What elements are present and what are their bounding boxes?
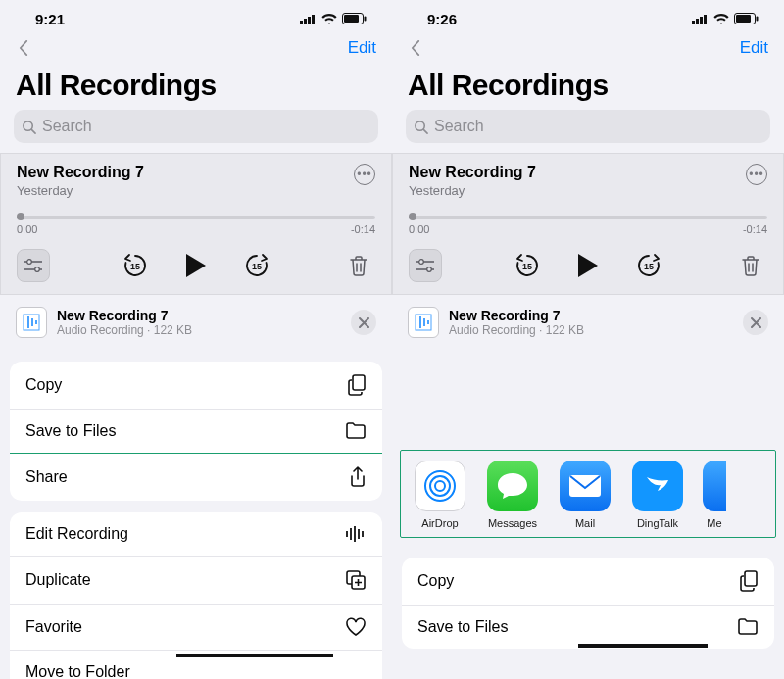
status-icons [300,13,367,24]
more-label: Me [707,517,721,529]
messages-label: Messages [488,517,537,529]
wifi-icon [321,14,337,24]
svg-rect-34 [736,15,751,23]
save-to-files-item[interactable]: Save to Files [10,410,382,454]
duplicate-item[interactable]: Duplicate [10,557,382,605]
search-input[interactable]: Search [14,110,378,143]
svg-point-49 [430,476,450,496]
share-file-title: New Recording 7 [449,308,584,323]
recording-card: New Recording 7 Yesterday ••• 0:00 -0:14… [0,153,392,295]
share-app-messages[interactable]: Messages [485,461,540,529]
skip-back-button[interactable]: 15 [119,249,152,282]
page-title: All Recordings [406,65,770,110]
back-icon[interactable] [16,40,31,56]
time-remaining: -0:14 [351,223,375,235]
search-placeholder: Search [434,118,484,135]
close-button[interactable] [743,310,768,335]
airdrop-label: AirDrop [421,517,458,529]
delete-button[interactable] [342,249,375,282]
signal-icon [300,14,317,24]
skip-forward-button[interactable]: 15 [240,249,273,282]
share-apps-row: AirDrop Messages Mail [400,450,776,538]
airdrop-icon [421,467,459,505]
play-button[interactable] [571,249,605,282]
status-time: 9:21 [35,11,65,27]
page-title: All Recordings [14,65,378,110]
battery-icon [734,13,759,24]
move-label: Move to Folder [25,663,130,679]
skip-back-icon: 15 [514,252,541,279]
skip-back-button[interactable]: 15 [511,249,544,282]
favorite-label: Favorite [25,618,82,636]
dingtalk-label: DingTalk [637,517,678,529]
edit-recording-item[interactable]: Edit Recording [10,512,382,557]
action-menu: Copy Save to Files [402,558,774,649]
options-button[interactable] [17,249,50,282]
svg-rect-3 [312,15,315,24]
svg-rect-17 [31,318,33,326]
trash-icon [741,255,760,276]
scrubber[interactable] [17,216,375,219]
share-app-dingtalk[interactable]: DingTalk [630,461,685,529]
edit-button[interactable]: Edit [740,38,768,58]
share-header: New Recording 7 Audio Recording · 122 KB [0,295,392,350]
copy-item[interactable]: Copy [10,362,382,410]
options-button[interactable] [409,249,442,282]
share-app-mail[interactable]: Mail [558,461,612,529]
screenshot-left: 9:21 Edit All Recordings Search New Reco… [0,0,392,679]
skip-forward-button[interactable]: 15 [632,249,665,282]
duplicate-label: Duplicate [25,571,91,589]
dingtalk-icon [641,469,674,503]
heart-icon [345,617,367,637]
play-button[interactable] [179,249,213,282]
edit-recording-label: Edit Recording [25,525,128,543]
svg-rect-45 [419,316,421,328]
search-icon [414,120,428,134]
svg-point-41 [427,267,432,272]
copy-item[interactable]: Copy [402,558,774,606]
play-icon [576,253,600,278]
file-thumbnail-icon [408,307,439,338]
close-icon [359,317,369,328]
share-app-airdrop[interactable]: AirDrop [413,461,467,529]
scrubber[interactable] [409,216,767,219]
search-placeholder: Search [42,118,92,135]
copy-label: Copy [25,376,62,394]
time-remaining: -0:14 [743,223,767,235]
file-thumbnail-icon [16,307,47,338]
status-icons [692,13,759,24]
svg-rect-31 [700,17,703,24]
more-button[interactable]: ••• [746,164,767,185]
favorite-item[interactable]: Favorite [10,605,382,651]
time-elapsed: 0:00 [17,223,37,235]
close-button[interactable] [351,310,376,335]
back-icon[interactable] [408,40,423,56]
close-icon [751,317,761,328]
share-app-more[interactable]: Me [703,461,726,529]
svg-rect-46 [423,318,425,326]
scrubber-thumb[interactable] [409,213,416,220]
svg-text:15: 15 [522,262,532,271]
more-button[interactable]: ••• [354,164,375,185]
search-input[interactable]: Search [406,110,770,143]
waveform-icon [345,525,367,543]
scrubber-thumb[interactable] [17,213,24,220]
svg-rect-35 [757,17,759,22]
svg-rect-5 [344,15,359,23]
share-file-subtitle: Audio Recording · 122 KB [449,323,584,337]
folder-icon [345,422,367,440]
duplicate-icon [345,569,367,591]
action-menu-1: Copy Save to Files Share [10,362,382,501]
svg-rect-1 [304,19,307,24]
share-sheet: New Recording 7 Audio Recording · 122 KB… [0,295,392,679]
edit-button[interactable]: Edit [348,38,376,58]
delete-button[interactable] [734,249,767,282]
signal-icon [692,14,709,24]
messages-icon [496,471,529,501]
svg-rect-30 [696,19,699,24]
share-item[interactable]: Share [10,454,382,501]
status-time: 9:26 [427,11,457,27]
save-label: Save to Files [417,618,508,636]
svg-point-39 [419,260,424,265]
save-to-files-item[interactable]: Save to Files [402,606,774,649]
